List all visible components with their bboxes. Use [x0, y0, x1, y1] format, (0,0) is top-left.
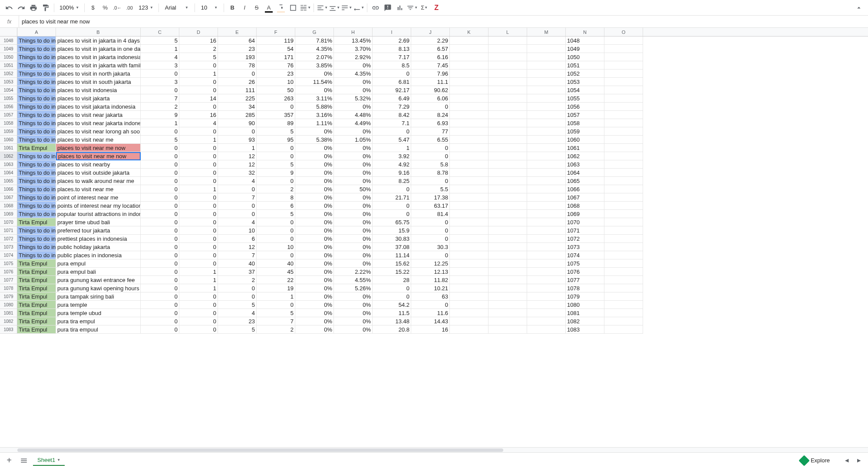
cell-M1070[interactable]: [527, 218, 566, 226]
cell-D1079[interactable]: 0: [179, 292, 218, 301]
paint-format-button[interactable]: [40, 2, 51, 13]
cell-J1062[interactable]: 0: [411, 152, 450, 160]
row-header[interactable]: 1050: [0, 53, 17, 61]
cell-E1060[interactable]: 93: [218, 136, 257, 144]
cell-M1052[interactable]: [527, 70, 566, 78]
cell-D1053[interactable]: 0: [179, 78, 218, 86]
cell-N1053[interactable]: 1053: [566, 78, 604, 86]
cell-A1055[interactable]: Things to do in Ja: [17, 94, 56, 103]
cell-N1072[interactable]: 1072: [566, 235, 604, 243]
cell-M1077[interactable]: [527, 276, 566, 284]
cell-J1064[interactable]: 8.78: [411, 169, 450, 177]
cell-C1052[interactable]: 0: [141, 70, 179, 78]
cell-G1061[interactable]: 0%: [295, 144, 334, 152]
cell-I1051[interactable]: 8.5: [373, 61, 411, 70]
row-header[interactable]: 1053: [0, 78, 17, 86]
column-header-E[interactable]: E: [218, 28, 257, 36]
cell-O1070[interactable]: [604, 218, 643, 226]
cell-C1063[interactable]: 0: [141, 160, 179, 169]
cell-F1052[interactable]: 23: [257, 70, 295, 78]
cell-F1069[interactable]: 5: [257, 210, 295, 218]
cell-A1076[interactable]: Tirta Empul: [17, 268, 56, 276]
cell-G1056[interactable]: 5.88%: [295, 103, 334, 111]
cell-B1073[interactable]: public holiday jakarta: [56, 243, 141, 251]
cell-F1073[interactable]: 10: [257, 243, 295, 251]
cell-D1056[interactable]: 0: [179, 103, 218, 111]
cell-A1073[interactable]: Things to do in Ja: [17, 243, 56, 251]
cell-K1054[interactable]: [450, 86, 488, 94]
row-header[interactable]: 1049: [0, 45, 17, 53]
cell-E1048[interactable]: 64: [218, 37, 257, 45]
cell-F1082[interactable]: 7: [257, 317, 295, 325]
cell-M1059[interactable]: [527, 127, 566, 136]
cell-J1065[interactable]: 0: [411, 177, 450, 185]
cell-L1049[interactable]: [488, 45, 527, 53]
cell-M1056[interactable]: [527, 103, 566, 111]
cell-N1079[interactable]: 1079: [566, 292, 604, 301]
cell-N1061[interactable]: 1061: [566, 144, 604, 152]
cell-N1054[interactable]: 1054: [566, 86, 604, 94]
cell-K1082[interactable]: [450, 317, 488, 325]
cell-J1080[interactable]: 0: [411, 301, 450, 309]
cell-F1078[interactable]: 19: [257, 284, 295, 292]
cell-I1070[interactable]: 65.75: [373, 218, 411, 226]
cell-G1048[interactable]: 7.81%: [295, 37, 334, 45]
cell-E1053[interactable]: 26: [218, 78, 257, 86]
cell-O1058[interactable]: [604, 119, 643, 127]
cell-D1078[interactable]: 1: [179, 284, 218, 292]
cell-B1066[interactable]: places.to visit near me: [56, 185, 141, 193]
grid-body[interactable]: 1048Things to do in Japlaces to visit in…: [0, 37, 868, 447]
cell-G1075[interactable]: 0%: [295, 259, 334, 268]
cell-N1070[interactable]: 1070: [566, 218, 604, 226]
row-header[interactable]: 1081: [0, 309, 17, 317]
explore-button[interactable]: Explore: [796, 455, 834, 466]
cell-I1082[interactable]: 13.48: [373, 317, 411, 325]
cell-B1064[interactable]: places to visit outside jakarta: [56, 169, 141, 177]
cell-E1065[interactable]: 4: [218, 177, 257, 185]
cell-C1074[interactable]: 0: [141, 251, 179, 259]
text-rotation-button[interactable]: ▼: [353, 2, 364, 13]
cell-F1068[interactable]: 6: [257, 202, 295, 210]
cell-L1056[interactable]: [488, 103, 527, 111]
font-select[interactable]: Arial▼: [162, 4, 192, 11]
cell-N1060[interactable]: 1060: [566, 136, 604, 144]
row-header[interactable]: 1069: [0, 210, 17, 218]
cell-J1068[interactable]: 63.17: [411, 202, 450, 210]
cell-D1049[interactable]: 2: [179, 45, 218, 53]
cell-G1079[interactable]: 0%: [295, 292, 334, 301]
select-all-corner[interactable]: [0, 28, 17, 36]
cell-L1068[interactable]: [488, 202, 527, 210]
cell-F1051[interactable]: 76: [257, 61, 295, 70]
cell-D1052[interactable]: 1: [179, 70, 218, 78]
cell-B1080[interactable]: pura temple: [56, 301, 141, 309]
cell-F1076[interactable]: 45: [257, 268, 295, 276]
cell-D1063[interactable]: 0: [179, 160, 218, 169]
cell-D1081[interactable]: 0: [179, 309, 218, 317]
cell-B1077[interactable]: pura gunung kawi entrance fee: [56, 276, 141, 284]
cell-G1065[interactable]: 0%: [295, 177, 334, 185]
cell-C1060[interactable]: 5: [141, 136, 179, 144]
row-header[interactable]: 1055: [0, 94, 17, 103]
cell-N1078[interactable]: 1078: [566, 284, 604, 292]
cell-D1051[interactable]: 0: [179, 61, 218, 70]
cell-B1078[interactable]: pura gunung kawi opening hours: [56, 284, 141, 292]
cell-M1082[interactable]: [527, 317, 566, 325]
print-button[interactable]: [28, 2, 39, 13]
cell-I1064[interactable]: 9.16: [373, 169, 411, 177]
cell-C1061[interactable]: 0: [141, 144, 179, 152]
cell-C1080[interactable]: 0: [141, 301, 179, 309]
cell-A1056[interactable]: Things to do in Ja: [17, 103, 56, 111]
cell-K1066[interactable]: [450, 185, 488, 193]
cell-H1056[interactable]: 0%: [334, 103, 373, 111]
column-header-B[interactable]: B: [56, 28, 141, 36]
cell-M1074[interactable]: [527, 251, 566, 259]
cell-I1066[interactable]: 0: [373, 185, 411, 193]
cell-D1050[interactable]: 5: [179, 53, 218, 61]
cell-L1080[interactable]: [488, 301, 527, 309]
cell-A1058[interactable]: Things to do in Ja: [17, 119, 56, 127]
cell-N1074[interactable]: 1074: [566, 251, 604, 259]
cell-C1072[interactable]: 0: [141, 235, 179, 243]
cell-I1072[interactable]: 30.83: [373, 235, 411, 243]
cell-H1052[interactable]: 4.35%: [334, 70, 373, 78]
row-header[interactable]: 1060: [0, 136, 17, 144]
